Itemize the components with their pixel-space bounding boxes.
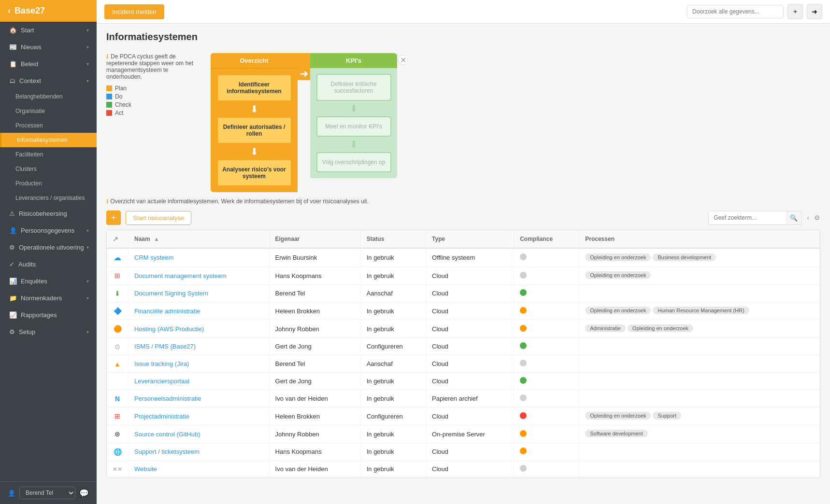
table-row[interactable]: ✕✕WebsiteIvo van der HeidenIn gebruikClo…	[107, 461, 820, 478]
pdca-box-6[interactable]: Volg overschrijdingen op	[316, 152, 391, 172]
pdca-box-3[interactable]: Analyseer risico's voor systeem	[217, 159, 292, 186]
table-row[interactable]: ▲Issue tracking (Jira)Berend TelAanschaf…	[107, 355, 820, 373]
row-status: In gebruik	[360, 320, 426, 338]
process-tag[interactable]: Human Resource Management (HR)	[653, 307, 749, 314]
pdca-overzicht-col: Overzicht Identificeer informatiesysteme…	[211, 53, 298, 192]
sidebar-item-leveranciers[interactable]: Leveranciers / organisaties	[0, 191, 97, 205]
row-type: Cloud	[426, 338, 514, 355]
row-processes: Opleiding en onderzoekSupport	[579, 407, 820, 425]
sidebar-item-audits[interactable]: ✓Audits	[0, 256, 97, 273]
chat-icon[interactable]: 💬	[79, 489, 89, 498]
pdca-box-1[interactable]: Identificeer informatiesystemen	[217, 74, 292, 101]
row-naam[interactable]: Hosting (AWS Productie)	[129, 320, 270, 338]
sidebar-item-informatiesystemen[interactable]: Informatiesystemen	[0, 133, 97, 147]
process-tag[interactable]: Opleiding en onderzoek	[585, 307, 651, 314]
pdca-box-4[interactable]: Definieer kritische succesfactoren	[316, 74, 391, 101]
add-system-button[interactable]: +	[106, 210, 121, 225]
global-search-input[interactable]	[687, 5, 784, 18]
sidebar-item-organisatie[interactable]: Organisatie	[0, 104, 97, 118]
row-compliance	[514, 285, 579, 302]
process-tag[interactable]: Opleiding en onderzoek	[585, 253, 651, 261]
process-tag[interactable]: Business development	[653, 253, 716, 261]
sidebar-item-operationele[interactable]: ⚙Operationele uitvoering ▾	[0, 239, 97, 256]
table-row[interactable]: 🟠Hosting (AWS Productie)Johnny RobbenIn …	[107, 320, 820, 338]
table-row[interactable]: ☁CRM systeemErwin BuursinkIn gebruikOffl…	[107, 248, 820, 267]
start-analysis-button[interactable]: Start risicoanalyse	[126, 211, 191, 225]
chevron-icon: ▾	[86, 245, 89, 250]
row-naam[interactable]: ISMS / PMS (Base27)	[129, 338, 270, 355]
add-global-button[interactable]: ＋	[787, 4, 803, 19]
row-naam[interactable]: Support / ticketsysteem	[129, 443, 270, 461]
col-header-icon: ↗	[107, 230, 129, 248]
sidebar-item-faciliteiten[interactable]: Faciliteiten	[0, 147, 97, 162]
sidebar-item-beleid[interactable]: 📋Beleid ▾	[0, 56, 97, 72]
row-naam[interactable]: Projectadministratie	[129, 407, 270, 425]
row-naam[interactable]: Financiële administratie	[129, 302, 270, 320]
navigate-button[interactable]: ➜	[807, 4, 822, 19]
sidebar-item-rapportages[interactable]: 📈Rapportages	[0, 307, 97, 323]
chevron-icon: ▾	[86, 44, 89, 50]
table-row[interactable]: 🔷Financiële administratieHeleen BrokkenI…	[107, 302, 820, 320]
pdca-box-2[interactable]: Definieer autorisaties / rollen	[217, 117, 292, 144]
process-tag[interactable]: Opleiding en onderzoek	[585, 271, 651, 279]
sidebar-item-processen[interactable]: Processen	[0, 118, 97, 133]
row-eigenaar: Gert de Jong	[269, 373, 360, 390]
sidebar-item-normenkaders[interactable]: 📁Normenkaders ▾	[0, 290, 97, 307]
sidebar-item-producten[interactable]: Producten	[0, 176, 97, 191]
row-naam[interactable]: Website	[129, 461, 270, 478]
pdca-diagram-wrapper: Overzicht Identificeer informatiesysteme…	[211, 53, 397, 192]
sidebar-item-clusters[interactable]: Clusters	[0, 162, 97, 176]
table-row[interactable]: ⊞Document management systeemHans Koopman…	[107, 267, 820, 285]
page-title: Informatiesystemen	[106, 31, 198, 42]
row-status: Aanschaf	[360, 355, 426, 373]
compliance-dot	[520, 448, 527, 454]
row-compliance	[514, 320, 579, 338]
row-icon-cell: ✕✕	[107, 461, 129, 478]
back-icon[interactable]: ‹	[8, 6, 11, 16]
process-tag[interactable]: Administratie	[585, 324, 626, 332]
sidebar-item-enquetes[interactable]: 📊Enquêtes ▾	[0, 273, 97, 290]
table-row[interactable]: LeveranciersportaalGert de JongIn gebrui…	[107, 373, 820, 390]
compliance-dot	[520, 465, 527, 472]
sidebar-item-start[interactable]: 🏠Start ▾	[0, 22, 97, 39]
pdca-close-button[interactable]: ✕	[398, 55, 408, 65]
row-naam[interactable]: Document management systeem	[129, 267, 270, 285]
compliance-dot	[520, 289, 527, 296]
table-row[interactable]: 🌐Support / ticketsysteemHans KoopmansIn …	[107, 443, 820, 461]
export-icon[interactable]: ↗	[113, 235, 118, 243]
sidebar-item-persoonsgegevens[interactable]: 👤Persoonsgegevens ▾	[0, 222, 97, 239]
incident-button[interactable]: Incident melden	[104, 4, 164, 19]
collapse-icon[interactable]: ‹	[807, 214, 809, 222]
sidebar-item-belanghebbenden[interactable]: Belanghebbenden	[0, 89, 97, 104]
sidebar-item-risicobeheersing[interactable]: ⚠Risicobeheersing	[0, 205, 97, 222]
col-header-processen: Processen	[579, 230, 820, 248]
table-row[interactable]: ⬇Document Signing SystemBerend TelAansch…	[107, 285, 820, 302]
compliance-dot	[520, 342, 527, 349]
row-naam[interactable]: Leveranciersportaal	[129, 373, 270, 390]
table-row[interactable]: ⊙ISMS / PMS (Base27)Gert de JongConfigur…	[107, 338, 820, 355]
pdca-box-5[interactable]: Meet en monitor KPI's	[316, 116, 391, 137]
sidebar-item-setup[interactable]: ⚙Setup ▾	[0, 323, 97, 340]
nieuws-icon: 📰	[9, 43, 17, 51]
col-header-naam[interactable]: Naam ▲	[129, 230, 270, 248]
search-input[interactable]	[709, 211, 786, 224]
row-icon-cell: ▲	[107, 355, 129, 373]
table-row[interactable]: NPersoneelsadministratieIvo van der Heid…	[107, 390, 820, 407]
column-arrow: ➜	[298, 53, 310, 80]
table-row[interactable]: ⊞ProjectadministratieHeleen BrokkenConfi…	[107, 407, 820, 425]
process-tag[interactable]: Support	[653, 412, 681, 420]
row-naam[interactable]: CRM systeem	[129, 248, 270, 267]
row-naam[interactable]: Source control (GitHub)	[129, 425, 270, 443]
row-naam[interactable]: Issue tracking (Jira)	[129, 355, 270, 373]
table-row[interactable]: ⊛Source control (GitHub)Johnny RobbenIn …	[107, 425, 820, 443]
process-tag[interactable]: Opleiding en onderzoek	[628, 324, 693, 332]
row-naam[interactable]: Personeelsadministratie	[129, 390, 270, 407]
sidebar-item-context[interactable]: 🗂Context ▾	[0, 72, 97, 89]
sidebar-item-nieuws[interactable]: 📰Nieuws ▾	[0, 39, 97, 56]
table-settings-icon[interactable]: ⚙	[814, 214, 820, 222]
process-tag[interactable]: Software development	[585, 430, 647, 437]
user-select[interactable]: Berend Tel	[19, 487, 75, 499]
norms-icon: 📁	[9, 294, 17, 302]
process-tag[interactable]: Opleiding en onderzoek	[585, 412, 651, 420]
row-naam[interactable]: Document Signing System	[129, 285, 270, 302]
